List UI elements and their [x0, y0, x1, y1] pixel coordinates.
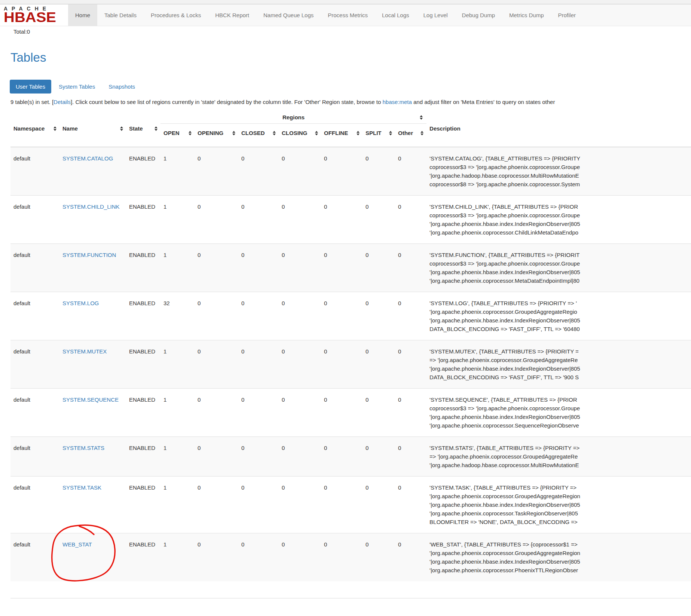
col-header-name[interactable]: Name — [59, 110, 126, 147]
nav-item-procedures-locks[interactable]: Procedures & Locks — [144, 4, 208, 26]
closed-count[interactable]: 0 — [238, 437, 279, 476]
sort-icon[interactable] — [357, 131, 360, 135]
nav-item-local-logs[interactable]: Local Logs — [375, 4, 416, 26]
closing-count[interactable]: 0 — [279, 196, 321, 244]
nav-item-process-metrics[interactable]: Process Metrics — [321, 4, 375, 26]
closed-count[interactable]: 0 — [238, 533, 279, 582]
offline-count[interactable]: 0 — [321, 147, 363, 196]
offline-count[interactable]: 0 — [321, 476, 363, 533]
hbase-logo[interactable]: APACHE HBASE — [0, 4, 68, 26]
other-count[interactable]: 0 — [395, 476, 426, 533]
closing-count[interactable]: 0 — [279, 340, 321, 389]
col-header-offline[interactable]: OFFLINE — [321, 124, 363, 147]
other-count[interactable]: 0 — [395, 533, 426, 582]
closing-count[interactable]: 0 — [279, 533, 321, 582]
hbase-meta-link[interactable]: hbase:meta — [382, 99, 412, 105]
col-header-open[interactable]: OPEN — [160, 124, 195, 147]
sort-icon[interactable] — [53, 126, 56, 131]
other-count[interactable]: 0 — [395, 196, 426, 244]
open-count[interactable]: 1 — [160, 340, 195, 389]
opening-count[interactable]: 0 — [195, 340, 238, 389]
opening-count[interactable]: 0 — [195, 147, 238, 196]
opening-count[interactable]: 0 — [195, 292, 238, 340]
nav-item-named-queue-logs[interactable]: Named Queue Logs — [256, 4, 321, 26]
open-count[interactable]: 1 — [160, 196, 195, 244]
opening-count[interactable]: 0 — [195, 196, 238, 244]
open-count[interactable]: 1 — [160, 244, 195, 292]
table-name-link[interactable]: SYSTEM.CHILD_LINK — [62, 203, 120, 210]
col-header-closed[interactable]: CLOSED — [238, 124, 279, 147]
closing-count[interactable]: 0 — [279, 476, 321, 533]
closed-count[interactable]: 0 — [238, 340, 279, 389]
offline-count[interactable]: 0 — [321, 389, 363, 437]
open-count[interactable]: 1 — [160, 389, 195, 437]
table-name-link[interactable]: SYSTEM.CATALOG — [62, 155, 113, 162]
sort-icon[interactable] — [120, 126, 123, 131]
other-count[interactable]: 0 — [395, 437, 426, 476]
other-count[interactable]: 0 — [395, 340, 426, 389]
open-count[interactable]: 1 — [160, 437, 195, 476]
split-count[interactable]: 0 — [363, 244, 395, 292]
col-header-other[interactable]: Other — [395, 124, 426, 147]
table-name-link[interactable]: SYSTEM.MUTEX — [62, 348, 107, 355]
col-header-closing[interactable]: CLOSING — [279, 124, 321, 147]
table-name-link[interactable]: WEB_STAT — [62, 541, 92, 548]
details-link[interactable]: Details — [53, 99, 71, 105]
nav-item-log-level[interactable]: Log Level — [416, 4, 455, 26]
nav-item-profiler[interactable]: Profiler — [551, 4, 583, 26]
closing-count[interactable]: 0 — [279, 292, 321, 340]
open-count[interactable]: 1 — [160, 533, 195, 582]
other-count[interactable]: 0 — [395, 147, 426, 196]
nav-item-hbck-report[interactable]: HBCK Report — [208, 4, 256, 26]
col-header-namespace[interactable]: Namespace — [10, 110, 59, 147]
sort-icon[interactable] — [155, 126, 158, 131]
open-count[interactable]: 1 — [160, 147, 195, 196]
nav-item-home[interactable]: Home — [68, 4, 97, 26]
sort-icon[interactable] — [273, 131, 276, 135]
split-count[interactable]: 0 — [363, 147, 395, 196]
col-header-split[interactable]: SPLIT — [363, 124, 395, 147]
split-count[interactable]: 0 — [363, 437, 395, 476]
table-name-link[interactable]: SYSTEM.FUNCTION — [62, 252, 116, 258]
col-header-state[interactable]: State — [126, 110, 160, 147]
nav-item-debug-dump[interactable]: Debug Dump — [455, 4, 502, 26]
col-header-regions[interactable]: Regions — [160, 110, 426, 124]
nav-item-metrics-dump[interactable]: Metrics Dump — [502, 4, 551, 26]
closing-count[interactable]: 0 — [279, 389, 321, 437]
opening-count[interactable]: 0 — [195, 533, 238, 582]
tab-system-tables[interactable]: System Tables — [53, 80, 101, 94]
split-count[interactable]: 0 — [363, 196, 395, 244]
split-count[interactable]: 0 — [363, 533, 395, 582]
opening-count[interactable]: 0 — [195, 389, 238, 437]
closed-count[interactable]: 0 — [238, 389, 279, 437]
closing-count[interactable]: 0 — [279, 437, 321, 476]
other-count[interactable]: 0 — [395, 389, 426, 437]
sort-icon[interactable] — [389, 131, 392, 135]
other-count[interactable]: 0 — [395, 244, 426, 292]
closing-count[interactable]: 0 — [279, 244, 321, 292]
open-count[interactable]: 1 — [160, 476, 195, 533]
sort-icon[interactable] — [315, 131, 318, 135]
other-count[interactable]: 0 — [395, 292, 426, 340]
closed-count[interactable]: 0 — [238, 196, 279, 244]
tab-snapshots[interactable]: Snapshots — [103, 80, 141, 94]
opening-count[interactable]: 0 — [195, 244, 238, 292]
col-header-opening[interactable]: OPENING — [195, 124, 238, 147]
closed-count[interactable]: 0 — [238, 147, 279, 196]
split-count[interactable]: 0 — [363, 476, 395, 533]
open-count[interactable]: 32 — [160, 292, 195, 340]
table-name-link[interactable]: SYSTEM.TASK — [62, 484, 101, 491]
opening-count[interactable]: 0 — [195, 437, 238, 476]
split-count[interactable]: 0 — [363, 292, 395, 340]
closed-count[interactable]: 0 — [238, 476, 279, 533]
tab-user-tables[interactable]: User Tables — [10, 80, 51, 94]
sort-icon[interactable] — [189, 131, 192, 135]
table-name-link[interactable]: SYSTEM.STATS — [62, 445, 104, 451]
closing-count[interactable]: 0 — [279, 147, 321, 196]
table-name-link[interactable]: SYSTEM.LOG — [62, 300, 99, 306]
nav-item-table-details[interactable]: Table Details — [97, 4, 144, 26]
closed-count[interactable]: 0 — [238, 244, 279, 292]
offline-count[interactable]: 0 — [321, 292, 363, 340]
split-count[interactable]: 0 — [363, 389, 395, 437]
sort-icon[interactable] — [420, 115, 423, 120]
